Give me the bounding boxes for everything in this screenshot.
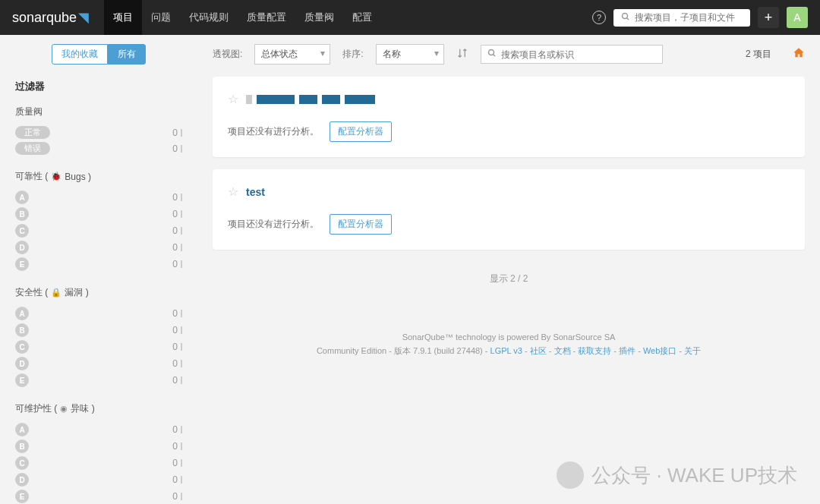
search-icon [487, 49, 497, 60]
filter-item[interactable]: A0 [15, 421, 182, 438]
sort-direction-icon[interactable] [456, 47, 468, 61]
filter-group-title: 可靠性 ( 🐞 Bugs ) [15, 170, 182, 183]
fav-tabs: 我的收藏 所有 [15, 44, 182, 65]
filter-group-title: 安全性 ( 🔒 漏洞 ) [15, 286, 182, 299]
filter-item[interactable]: E0 [15, 488, 182, 504]
toolbar: 透视图: 总体状态 排序: 名称 2 项目 [213, 44, 805, 65]
filter-item[interactable]: B0 [15, 438, 182, 455]
sort-label: 排序: [342, 48, 363, 61]
svg-line-3 [493, 55, 495, 57]
logo[interactable]: sonarqube ◥ [12, 9, 89, 26]
filter-item[interactable]: D0 [15, 239, 182, 256]
footer-link[interactable]: 关于 [684, 346, 701, 355]
sidebar: 我的收藏 所有 过滤器 质量阀正常0错误0可靠性 ( 🐞 Bugs )A0B0C… [0, 35, 197, 504]
nav-projects[interactable]: 项目 [104, 0, 142, 35]
search-icon [621, 12, 630, 24]
main-nav: 项目 问题 代码规则 质量配置 质量阀 配置 [104, 0, 381, 35]
global-search-input[interactable] [635, 12, 743, 23]
filter-group: 质量阀正常0错误0 [15, 106, 182, 156]
filter-group: 安全性 ( 🔒 漏洞 )A0B0C0D0E0 [15, 286, 182, 389]
filter-item[interactable]: E0 [15, 372, 182, 389]
filter-item[interactable]: C0 [15, 339, 182, 355]
footer-link[interactable]: Web接口 [643, 346, 676, 355]
project-search[interactable] [481, 45, 663, 64]
footer-line2: Community Edition - 版本 7.9.1 (build 2744… [213, 345, 805, 358]
logo-mark-icon: ◥ [78, 9, 89, 26]
footer-link[interactable]: 文档 [554, 346, 571, 355]
favorite-star-icon[interactable]: ☆ [228, 92, 238, 106]
footer-line1: SonarQube™ technology is powered By Sona… [213, 331, 805, 345]
filter-item[interactable]: C0 [15, 222, 182, 239]
configure-analysis-button[interactable]: 配置分析器 [330, 214, 392, 235]
header: sonarqube ◥ 项目 问题 代码规则 质量配置 质量阀 配置 ? + A [0, 0, 820, 35]
filter-item[interactable]: D0 [15, 355, 182, 372]
nav-issues[interactable]: 问题 [142, 0, 180, 35]
filter-item[interactable]: A0 [15, 305, 182, 322]
filter-item[interactable]: E0 [15, 256, 182, 272]
filter-group: 可维护性 ( ◉ 异味 )A0B0C0D0E0 [15, 402, 182, 504]
footer-link[interactable]: 插件 [619, 346, 636, 355]
perspective-dropdown[interactable]: 总体状态 [254, 44, 330, 65]
project-card: ☆项目还没有进行分析。配置分析器 [213, 77, 805, 157]
logo-text: sonarqube [12, 10, 77, 26]
footer-link[interactable]: LGPL v3 [490, 346, 522, 355]
filter-group-title: 质量阀 [15, 106, 182, 118]
header-right: ? + A [592, 7, 808, 28]
filter-item[interactable]: D0 [15, 471, 182, 488]
project-count: 2 项目 [746, 48, 771, 61]
tab-my-favorites[interactable]: 我的收藏 [52, 44, 108, 65]
footer: SonarQube™ technology is powered By Sona… [213, 331, 805, 358]
svg-point-2 [488, 50, 494, 55]
content: 透视图: 总体状态 排序: 名称 2 项目 ☆项目还没有进行分析。配置分析器☆t… [197, 35, 820, 504]
svg-point-0 [623, 13, 628, 18]
filter-item[interactable]: C0 [15, 455, 182, 471]
home-icon[interactable] [793, 47, 805, 62]
filters-title: 过滤器 [15, 80, 182, 93]
nav-quality-profiles[interactable]: 质量配置 [238, 0, 295, 35]
no-analysis-text: 项目还没有进行分析。 [228, 218, 319, 231]
filter-item[interactable]: A0 [15, 189, 182, 206]
sort-dropdown[interactable]: 名称 [376, 44, 444, 65]
footer-link[interactable]: 社区 [530, 346, 547, 355]
filter-item[interactable]: B0 [15, 206, 182, 222]
nav-admin[interactable]: 配置 [343, 0, 381, 35]
showing-count: 显示 2 / 2 [213, 272, 805, 285]
project-name-link[interactable] [246, 95, 375, 104]
global-search[interactable] [613, 9, 750, 27]
svg-line-1 [627, 17, 629, 20]
favorite-star-icon[interactable]: ☆ [228, 184, 238, 199]
help-icon[interactable]: ? [592, 11, 606, 24]
project-name-link[interactable]: test [246, 186, 265, 198]
avatar[interactable]: A [787, 7, 808, 28]
filter-item[interactable]: 错误0 [15, 140, 182, 156]
configure-analysis-button[interactable]: 配置分析器 [330, 121, 392, 142]
project-search-input[interactable] [501, 49, 656, 60]
filter-group-title: 可维护性 ( ◉ 异味 ) [15, 402, 182, 415]
tab-all[interactable]: 所有 [108, 44, 146, 65]
project-card: ☆test项目还没有进行分析。配置分析器 [213, 169, 805, 250]
no-analysis-text: 项目还没有进行分析。 [228, 125, 319, 138]
nav-rules[interactable]: 代码规则 [180, 0, 238, 35]
filter-item[interactable]: B0 [15, 322, 182, 339]
perspective-label: 透视图: [213, 48, 242, 61]
footer-link[interactable]: 获取支持 [578, 346, 611, 355]
filter-item[interactable]: 正常0 [15, 124, 182, 140]
create-button[interactable]: + [758, 7, 779, 28]
nav-quality-gates[interactable]: 质量阀 [295, 0, 343, 35]
filter-group: 可靠性 ( 🐞 Bugs )A0B0C0D0E0 [15, 170, 182, 272]
